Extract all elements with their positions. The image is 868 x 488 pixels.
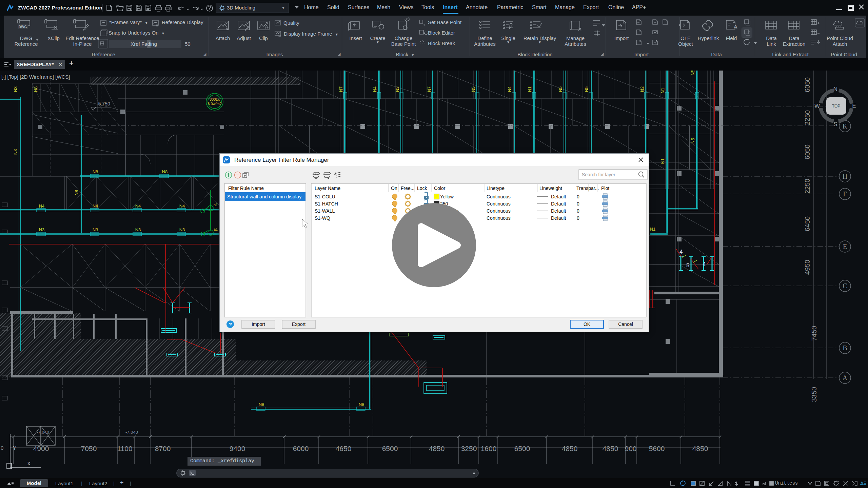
svg-text:S1-COLU: S1-COLU [315, 194, 335, 199]
svg-text:B: B [843, 344, 847, 352]
svg-text:Continuous: Continuous [487, 194, 511, 199]
svg-text:E: E [852, 103, 856, 109]
svg-text:N4: N4 [39, 203, 45, 209]
svg-text:6500: 6500 [514, 445, 530, 452]
svg-text:N7: N7 [427, 86, 432, 92]
svg-text:On: On [391, 186, 397, 191]
svg-text:Search for layer: Search for layer [582, 172, 615, 177]
svg-text:N5: N5 [558, 86, 563, 92]
svg-text:8.0w/m2: 8.0w/m2 [208, 102, 222, 106]
svg-text:N1: N1 [660, 158, 665, 164]
svg-text:N3: N3 [13, 86, 18, 92]
svg-text:Continuous: Continuous [487, 208, 511, 214]
svg-text:0: 0 [577, 194, 579, 199]
svg-text:Default: Default [551, 208, 566, 214]
svg-text:0: 0 [577, 208, 579, 214]
svg-text:C: C [843, 282, 847, 290]
svg-text:4850: 4850 [429, 445, 445, 452]
svg-text:Linetype: Linetype [487, 186, 505, 191]
svg-text:7050: 7050 [81, 445, 97, 452]
svg-text:Plot: Plot [601, 186, 609, 191]
svg-text:A: A [734, 24, 737, 30]
svg-text:N7: N7 [338, 86, 343, 92]
svg-text:4900: 4900 [33, 445, 49, 452]
svg-text:6500: 6500 [382, 445, 398, 452]
svg-text:Free...: Free... [401, 186, 414, 191]
svg-text:9400: 9400 [230, 445, 245, 452]
svg-text:N5: N5 [690, 71, 695, 75]
svg-text:6000: 6000 [293, 445, 309, 452]
svg-text:-7.040: -7.040 [37, 430, 49, 435]
svg-text:S1-WALL: S1-WALL [315, 208, 335, 214]
svg-text:N1: N1 [527, 86, 532, 92]
svg-text:N8: N8 [74, 190, 79, 196]
svg-text:Continuous: Continuous [487, 215, 511, 221]
svg-text:300Lx: 300Lx [210, 97, 220, 101]
svg-text:K: K [843, 122, 848, 130]
svg-text:Lock: Lock [417, 186, 428, 191]
svg-text:N5: N5 [471, 86, 476, 92]
svg-text:Export: Export [292, 321, 306, 327]
svg-text:1100: 1100 [117, 445, 132, 452]
svg-text:0: 0 [1, 445, 3, 451]
svg-text:N8: N8 [359, 402, 364, 407]
svg-text:N3: N3 [13, 149, 18, 155]
svg-text:3250: 3250 [461, 445, 477, 452]
svg-text:-5.750: -5.750 [97, 101, 110, 106]
svg-text:N: N [833, 86, 837, 92]
svg-text:4: 4 [679, 249, 683, 255]
svg-text:N3: N3 [135, 227, 141, 232]
svg-text:a1: a1 [214, 227, 218, 231]
svg-text:E: E [843, 243, 847, 250]
svg-text:0: 0 [577, 201, 579, 207]
svg-text:N5: N5 [584, 86, 589, 92]
svg-text:5600: 5600 [649, 445, 665, 452]
svg-text:Default: Default [551, 194, 566, 199]
svg-text:4650: 4650 [336, 445, 352, 452]
svg-text:a1: a1 [214, 203, 218, 207]
svg-text:4850: 4850 [692, 445, 708, 452]
svg-text:DWG: DWG [19, 25, 27, 29]
svg-text:N3: N3 [93, 227, 98, 232]
svg-text:Cancel: Cancel [618, 321, 633, 327]
svg-text:Structural wall and column dis: Structural wall and column display [227, 194, 302, 199]
svg-text:N4: N4 [372, 86, 377, 92]
svg-text:S: S [833, 121, 837, 128]
svg-text:Import: Import [252, 321, 265, 327]
svg-text:S1-WQ: S1-WQ [315, 215, 330, 221]
svg-text:N8: N8 [162, 169, 168, 174]
svg-text:Lineweight: Lineweight [539, 186, 562, 191]
svg-text:7450: 7450 [810, 326, 818, 341]
svg-text:4850: 4850 [603, 445, 618, 452]
svg-text:N1: N1 [650, 227, 656, 232]
svg-text:X: X [27, 461, 31, 466]
svg-text:A: A [843, 374, 848, 382]
svg-text:8700: 8700 [155, 445, 171, 452]
svg-text:6050: 6050 [804, 77, 811, 93]
svg-text:Y: Y [13, 445, 16, 451]
svg-text:N3: N3 [39, 227, 45, 232]
svg-text:Layer Name: Layer Name [315, 186, 340, 191]
svg-text:N4: N4 [135, 203, 141, 209]
svg-text:2250: 2250 [804, 179, 811, 194]
svg-text:1600: 1600 [481, 445, 497, 452]
svg-text:N8: N8 [93, 169, 98, 174]
svg-text:Filter Rule Name: Filter Rule Name [228, 186, 264, 191]
svg-text:H: H [843, 173, 847, 180]
svg-text:4850: 4850 [562, 445, 578, 452]
svg-text:N3: N3 [179, 227, 185, 232]
svg-text:6450: 6450 [804, 216, 811, 232]
svg-text:N8: N8 [259, 402, 264, 407]
svg-text:[-] [Top] [2D Wireframe] [WCS]: [-] [Top] [2D Wireframe] [WCS] [1, 74, 70, 80]
svg-text:-7.040: -7.040 [125, 430, 138, 435]
svg-text:OK: OK [584, 321, 591, 327]
svg-text:F: F [843, 190, 847, 198]
svg-text:S1-HATCH: S1-HATCH [315, 201, 338, 207]
svg-text:N4: N4 [179, 203, 185, 209]
svg-text:6050: 6050 [804, 144, 811, 160]
svg-text:N5: N5 [690, 138, 695, 144]
svg-text:5: 5 [686, 262, 689, 269]
svg-text:Yellow: Yellow [440, 194, 454, 199]
svg-text:Transpar...: Transpar... [576, 186, 599, 191]
svg-text:Default: Default [551, 215, 566, 221]
